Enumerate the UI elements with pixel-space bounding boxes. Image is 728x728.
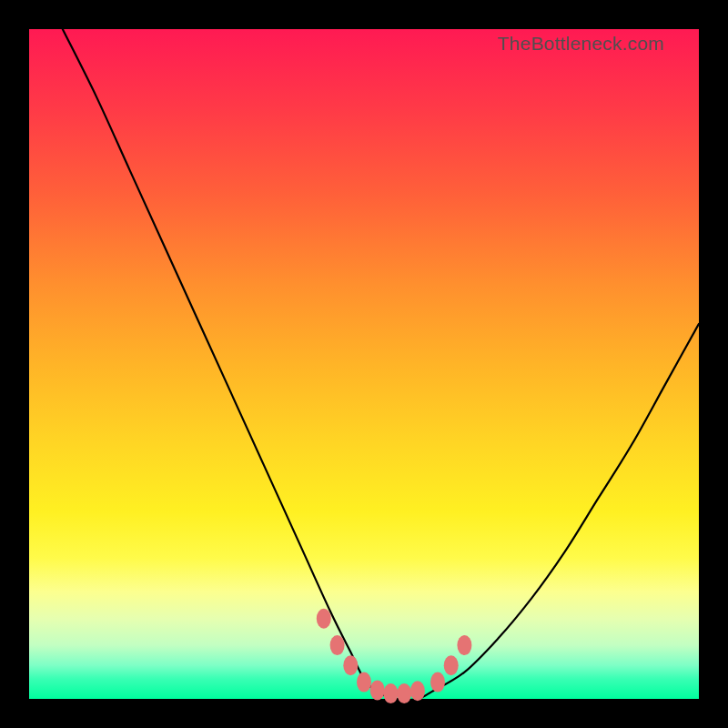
curve-bead: [383, 683, 398, 703]
bottleneck-curve: [63, 29, 699, 700]
curve-bead: [397, 683, 411, 703]
curve-bead: [357, 672, 371, 693]
chart-frame: TheBottleneck.com: [0, 0, 728, 728]
chart-svg: [29, 29, 699, 699]
curve-bead: [410, 681, 425, 701]
curve-bead: [330, 635, 345, 655]
curve-bead: [370, 680, 385, 700]
curve-bead: [444, 655, 459, 675]
curve-bead: [430, 672, 445, 693]
bead-group: [317, 609, 472, 703]
curve-bead: [457, 635, 471, 655]
curve-bead: [343, 655, 358, 675]
chart-plot-area: TheBottleneck.com: [29, 29, 699, 699]
curve-bead: [317, 609, 331, 629]
